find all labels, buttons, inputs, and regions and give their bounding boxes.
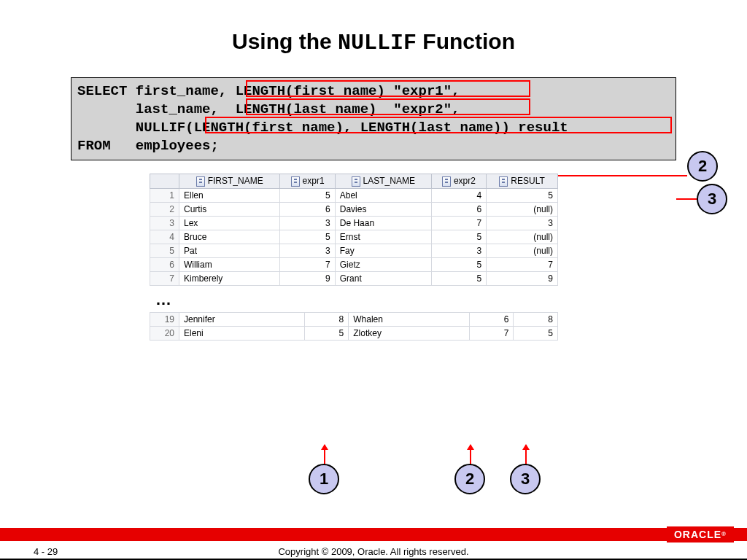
cell-result: 5 <box>514 326 558 340</box>
cell-last-name: De Haan <box>335 216 431 230</box>
cell-last-name: Zlotkey <box>349 326 469 340</box>
results-area: FIRST_NAME expr1 LAST_NAME expr2 RESULT … <box>150 174 558 341</box>
arrow-col-1 <box>324 445 325 465</box>
cell-result: 7 <box>487 257 558 271</box>
rows-ellipsis: … <box>155 290 558 309</box>
cell-expr2: 4 <box>431 188 486 202</box>
cell-result: 5 <box>487 188 558 202</box>
table-row: 6William7Gietz57 <box>150 257 558 271</box>
table-row: 5Pat3Fay3(null) <box>150 244 558 257</box>
cell-expr1: 8 <box>304 312 349 326</box>
cell-last-name: Abel <box>335 188 431 202</box>
cell-expr1: 3 <box>280 244 335 257</box>
column-badge-3: 3 <box>510 464 541 494</box>
cell-first-name: Kimberely <box>179 271 280 285</box>
cell-expr2: 6 <box>431 202 486 216</box>
table-row: 19Jennifer8Whalen68 <box>150 312 558 326</box>
cell-expr1: 6 <box>280 202 335 216</box>
cell-first-name: Jennifer <box>179 312 305 326</box>
cell-expr2: 5 <box>431 271 486 285</box>
column-icon <box>291 176 300 187</box>
cell-last-name: Whalen <box>349 312 469 326</box>
cell-first-name: Curtis <box>179 202 280 216</box>
table-row: 2Curtis6Davies6(null) <box>150 202 558 216</box>
oracle-logo: ORACLE® <box>667 526 734 542</box>
column-icon <box>442 176 451 187</box>
cell-first-name: Pat <box>179 244 280 257</box>
row-index: 20 <box>150 326 179 340</box>
page-title: Using the NULLIF Function <box>0 0 747 77</box>
cell-expr2: 7 <box>469 326 514 340</box>
cell-result: (null) <box>487 202 558 216</box>
cell-expr1: 5 <box>280 188 335 202</box>
cell-result: 3 <box>487 216 558 230</box>
col-expr2: expr2 <box>454 176 476 186</box>
footer: ORACLE® 4 - 29 Copyright © 2009, Oracle.… <box>0 528 747 560</box>
cell-expr1: 7 <box>280 257 335 271</box>
arrow-to-result <box>676 198 697 200</box>
column-badge-1: 1 <box>309 464 339 494</box>
cell-expr2: 5 <box>431 257 486 271</box>
cell-expr1: 9 <box>280 271 335 285</box>
cell-expr2: 3 <box>431 244 486 257</box>
cell-expr2: 7 <box>431 216 486 230</box>
sql-code-area: SELECT first_name, LENGTH(first_name) "e… <box>71 77 676 160</box>
copyright: Copyright © 2009, Oracle. All rights res… <box>0 546 747 557</box>
cell-last-name: Grant <box>335 271 431 285</box>
arrow-col-2 <box>470 445 471 465</box>
highlight-expr1 <box>246 80 530 97</box>
column-icon <box>352 176 360 187</box>
table-row: 3Lex3De Haan73 <box>150 216 558 230</box>
table-row: 4Bruce5Ernst5(null) <box>150 230 558 244</box>
cell-last-name: Ernst <box>335 230 431 244</box>
column-icon <box>196 176 205 187</box>
cell-expr1: 5 <box>280 230 335 244</box>
row-index: 7 <box>150 271 179 285</box>
cell-expr2: 6 <box>469 312 514 326</box>
table-row: 1Ellen5Abel45 <box>150 188 558 202</box>
highlight-expr2 <box>246 98 530 115</box>
highlight-nullif <box>205 117 672 133</box>
cell-last-name: Davies <box>335 202 431 216</box>
results-table-bottom: 19Jennifer8Whalen6820Eleni5Zlotkey75 <box>150 312 558 341</box>
cell-first-name: Eleni <box>179 326 305 340</box>
footer-red-bar <box>0 528 747 541</box>
row-index: 1 <box>150 188 179 202</box>
cell-expr2: 5 <box>431 230 486 244</box>
cell-result: 8 <box>514 312 558 326</box>
cell-result: (null) <box>487 230 558 244</box>
cell-first-name: Bruce <box>179 230 280 244</box>
cell-first-name: Ellen <box>179 188 280 202</box>
title-prefix: Using the <box>232 29 338 53</box>
row-index: 4 <box>150 230 179 244</box>
cell-expr1: 3 <box>280 216 335 230</box>
cell-last-name: Fay <box>335 244 431 257</box>
title-mono: NULLIF <box>338 31 417 55</box>
results-table-top: FIRST_NAME expr1 LAST_NAME expr2 RESULT … <box>150 174 558 286</box>
cell-first-name: William <box>179 257 280 271</box>
cell-result: 9 <box>487 271 558 285</box>
col-last-name: LAST_NAME <box>363 176 415 186</box>
column-badge-2: 2 <box>454 464 485 494</box>
col-first-name: FIRST_NAME <box>208 176 263 186</box>
row-index: 6 <box>150 257 179 271</box>
row-index: 5 <box>150 244 179 257</box>
cell-expr1: 5 <box>304 326 349 340</box>
col-result: RESULT <box>511 176 544 186</box>
callout-badge-2: 2 <box>687 151 718 182</box>
table-row: 20Eleni5Zlotkey75 <box>150 326 558 340</box>
col-expr1: expr1 <box>303 176 325 186</box>
row-index: 2 <box>150 202 179 216</box>
arrow-col-3 <box>525 445 527 465</box>
column-icon <box>499 176 508 187</box>
callout-badge-3: 3 <box>697 184 727 214</box>
cell-first-name: Lex <box>179 216 280 230</box>
row-index: 19 <box>150 312 179 326</box>
cell-last-name: Gietz <box>335 257 431 271</box>
title-suffix: Function <box>417 29 515 53</box>
table-row: 7Kimberely9Grant59 <box>150 271 558 285</box>
table-header-row: FIRST_NAME expr1 LAST_NAME expr2 RESULT <box>150 174 558 189</box>
row-index: 3 <box>150 216 179 230</box>
cell-result: (null) <box>487 244 558 257</box>
